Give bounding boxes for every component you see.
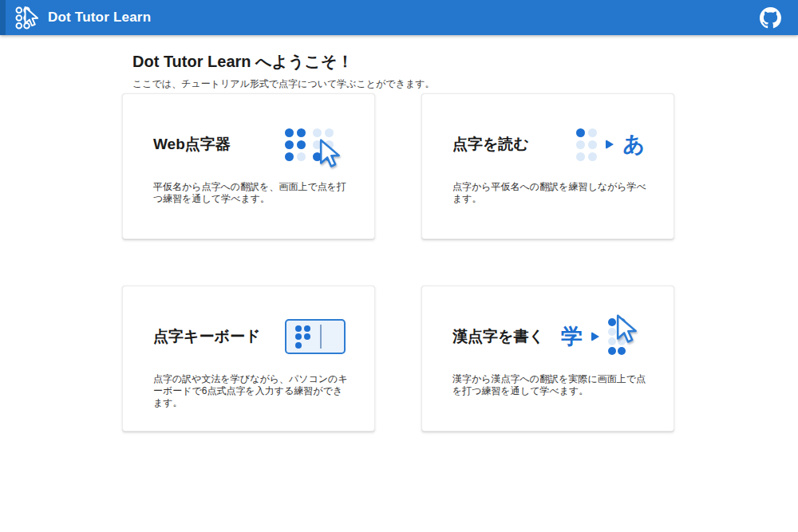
cursor-arrow-icon	[615, 314, 641, 344]
card-title: 点字キーボード	[153, 326, 260, 347]
braille-cell-wrap	[608, 318, 626, 355]
braille-cell	[576, 128, 597, 161]
card-write-kantenji[interactable]: 漢点字を書く 学 漢字から漢点字への翻訳を実際に画面上で点を打つ練習を通して学べ…	[421, 286, 674, 432]
github-icon	[760, 7, 781, 29]
cursor-arrow-icon	[318, 139, 344, 168]
arrow-right-icon	[606, 140, 614, 149]
card-head: 点字キーボード	[153, 310, 346, 363]
app-title: Dot Tutor Learn	[48, 10, 151, 26]
braille-cell	[295, 325, 310, 349]
text-caret	[320, 325, 322, 349]
braille-cells-cursor-icon	[285, 128, 334, 161]
card-description: 平仮名から点字への翻訳を、画面上で点を打つ練習を通して学べます。	[153, 181, 350, 205]
card-description: 点字の訳や文法を学びながら、パソコンのキーボードで6点式点字を入力する練習ができ…	[153, 373, 350, 409]
braille-to-hiragana-icon: あ	[576, 128, 645, 161]
card-web-tenjiki[interactable]: Web点字器 平仮名から点字への翻訳を、画面上で点を打つ練習を通して学べます。	[122, 93, 375, 239]
braille-input-box-icon	[285, 319, 346, 354]
app-header: Dot Tutor Learn	[0, 0, 798, 35]
arrow-right-icon	[591, 332, 599, 341]
card-braille-keyboard[interactable]: 点字キーボード 点字の訳や文法を学びながら、パソコンのキーボードで6点式点字を入…	[122, 286, 375, 432]
kanji-char: 学	[561, 326, 583, 348]
kanji-to-braille-cursor-icon: 学	[561, 318, 626, 355]
braille-cell	[285, 128, 306, 161]
card-head: 漢点字を書く 学	[452, 310, 645, 363]
card-head: Web点字器	[153, 118, 346, 171]
card-title: 点字を読む	[452, 134, 529, 155]
hiragana-char: あ	[622, 134, 645, 156]
app-logo-braille-cursor-icon	[14, 5, 40, 31]
header-edge-stripe	[0, 0, 6, 35]
card-head: 点字を読む あ	[452, 118, 645, 171]
github-link[interactable]	[760, 7, 781, 29]
card-description: 漢字から漢点字への翻訳を実際に画面上で点を打つ練習を通して学べます。	[452, 373, 649, 397]
card-read-braille[interactable]: 点字を読む あ 点字から平仮名への翻訳を練習しながら学べます。	[421, 93, 674, 239]
tutorial-card-grid: Web点字器 平仮名から点字への翻訳を、画面上で点を打つ練習を通して学べます。 …	[122, 93, 674, 432]
page-title: Dot Tutor Learn へようこそ！	[132, 51, 434, 73]
card-title: 漢点字を書く	[452, 326, 544, 347]
welcome-section: Dot Tutor Learn へようこそ！ ここでは、チュートリアル形式で点字…	[132, 51, 434, 91]
card-description: 点字から平仮名への翻訳を練習しながら学べます。	[452, 181, 649, 205]
card-title: Web点字器	[153, 134, 231, 155]
page-subtitle: ここでは、チュートリアル形式で点字について学ぶことができます。	[132, 77, 434, 91]
card-title-wrap: 漢点字を書く	[452, 326, 544, 347]
braille-cell-wrap	[313, 128, 334, 161]
